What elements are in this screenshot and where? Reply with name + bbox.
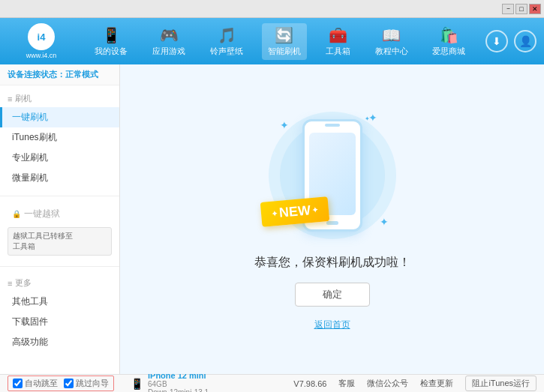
my-device-label: 我的设备 (95, 46, 128, 57)
sparkle-4: ✦ (365, 115, 370, 122)
sidebar-item-micro-flash[interactable]: 微量刷机 (0, 168, 119, 188)
download-button[interactable]: ⬇ (485, 30, 508, 52)
sidebar-divider-2 (0, 266, 119, 267)
my-device-icon: 📱 (102, 26, 121, 44)
sparkle-3: ✦ (380, 216, 389, 228)
nav-my-device[interactable]: 📱 我的设备 (89, 23, 134, 60)
shop-icon: 🛍️ (440, 26, 458, 44)
apps-games-label: 应用游戏 (152, 46, 185, 57)
account-button[interactable]: 👤 (514, 30, 536, 52)
update-link[interactable]: 检查更新 (420, 378, 453, 389)
bottom-bar: 自动跳至 跳过向导 📱 iPhone 12 mini 64GB Down-12m… (0, 374, 544, 392)
checkbox-group: 自动跳至 跳过向导 (8, 376, 114, 391)
service-link[interactable]: 客服 (338, 378, 355, 389)
skip-wizard-checkbox[interactable]: 跳过向导 (64, 378, 109, 389)
sidebar-divider-1 (0, 196, 119, 196)
tutorial-icon: 📖 (382, 26, 401, 44)
nav-tutorial[interactable]: 📖 教程中心 (369, 23, 414, 60)
confirm-button[interactable]: 确定 (295, 283, 370, 307)
logo[interactable]: i4 www.i4.cn (8, 23, 75, 59)
flash-section: ≡ 刷机 一键刷机 iTunes刷机 专业刷机 微量刷机 (0, 85, 119, 193)
ringtone-label: 铃声壁纸 (210, 46, 243, 57)
auto-jump-checkbox[interactable]: 自动跳至 (13, 378, 58, 389)
status-label-text: 设备连接状态： (8, 70, 65, 79)
toolbox-label: 工具箱 (326, 46, 350, 57)
nav-ringtone[interactable]: 🎵 铃声壁纸 (204, 23, 249, 60)
flash-section-icon: ≡ (8, 94, 12, 103)
more-section: ≡ 更多 其他工具 下载固件 高级功能 (0, 270, 119, 357)
new-badge: NEW (260, 196, 329, 227)
auto-jump-input[interactable] (13, 379, 23, 388)
sidebar-item-one-click-flash[interactable]: 一键刷机 (0, 107, 119, 127)
smart-flash-label: 智能刷机 (268, 46, 301, 57)
nav-right-controls: ⬇ 👤 (485, 30, 536, 52)
nav-smart-flash[interactable]: 🔄 智能刷机 (262, 23, 307, 60)
shop-label: 爱思商城 (432, 46, 465, 57)
tutorial-label: 教程中心 (375, 46, 408, 57)
sidebar: 设备连接状态：正常模式 ≡ 刷机 一键刷机 iTunes刷机 专业刷机 微量刷机 (0, 64, 120, 374)
top-nav: i4 www.i4.cn 📱 我的设备 🎮 应用游戏 🎵 铃声壁纸 🔄 智能刷机… (0, 18, 544, 64)
success-panel: NEW ✦ ✦ ✦ ✦ 恭喜您，保资料刷机成功啦！ 确定 返回首页 (254, 108, 410, 331)
bottom-right: V7.98.66 客服 微信公众号 检查更新 (293, 378, 453, 389)
nav-toolbox[interactable]: 🧰 工具箱 (320, 23, 356, 60)
connection-status: 设备连接状态：正常模式 (0, 64, 119, 85)
success-title: 恭喜您，保资料刷机成功啦！ (254, 255, 410, 271)
nav-apps-games[interactable]: 🎮 应用游戏 (146, 23, 191, 60)
sidebar-item-download-firmware[interactable]: 下载固件 (0, 312, 119, 332)
return-home-link[interactable]: 返回首页 (314, 319, 350, 331)
sidebar-item-other-tools[interactable]: 其他工具 (0, 292, 119, 312)
minimize-button[interactable]: － (502, 4, 514, 14)
maximize-button[interactable]: □ (515, 4, 527, 14)
content-area: NEW ✦ ✦ ✦ ✦ 恭喜您，保资料刷机成功啦！ 确定 返回首页 (120, 64, 544, 374)
lock-icon: 🔒 (12, 210, 21, 218)
sparkle-1: ✦ (280, 119, 289, 131)
device-storage: 64GB (148, 380, 209, 388)
wechat-link[interactable]: 微信公众号 (367, 378, 408, 389)
apps-games-icon: 🎮 (160, 26, 179, 44)
logo-icon: i4 (28, 23, 55, 50)
sidebar-item-jailbreak: 🔒 一键越狱 (0, 204, 119, 224)
window-controls: － □ ✕ (502, 4, 541, 14)
version-label: V7.98.66 (293, 379, 326, 388)
flash-section-title: ≡ 刷机 (0, 90, 119, 107)
nav-shop[interactable]: 🛍️ 爱思商城 (426, 23, 471, 60)
sidebar-item-itunes-flash[interactable]: iTunes刷机 (0, 127, 119, 148)
status-value-text: 正常模式 (65, 70, 98, 79)
title-bar: － □ ✕ (0, 0, 544, 18)
device-model: Down-12mini-13,1 (148, 388, 209, 393)
jailbreak-note: 越狱工具已转移至工具箱 (8, 227, 112, 256)
sidebar-item-advanced[interactable]: 高级功能 (0, 332, 119, 352)
jailbreak-section: 🔒 一键越狱 越狱工具已转移至工具箱 (0, 199, 119, 263)
smart-flash-icon: 🔄 (275, 26, 293, 44)
device-phone-icon: 📱 (131, 378, 143, 390)
logo-text: www.i4.cn (26, 52, 57, 59)
sidebar-item-pro-flash[interactable]: 专业刷机 (0, 148, 119, 168)
toolbox-icon: 🧰 (329, 26, 347, 44)
stop-itunes-button[interactable]: 阻止iTunes运行 (465, 376, 536, 391)
close-button[interactable]: ✕ (529, 4, 541, 14)
phone-illustration: NEW ✦ ✦ ✦ ✦ (272, 108, 392, 243)
more-section-icon: ≡ (8, 279, 12, 288)
ringtone-icon: 🎵 (218, 26, 236, 44)
main-area: 设备连接状态：正常模式 ≡ 刷机 一键刷机 iTunes刷机 专业刷机 微量刷机 (0, 64, 544, 374)
nav-items: 📱 我的设备 🎮 应用游戏 🎵 铃声壁纸 🔄 智能刷机 🧰 工具箱 📖 教程中心… (83, 23, 478, 60)
more-section-title: ≡ 更多 (0, 274, 119, 292)
skip-wizard-input[interactable] (64, 379, 74, 388)
